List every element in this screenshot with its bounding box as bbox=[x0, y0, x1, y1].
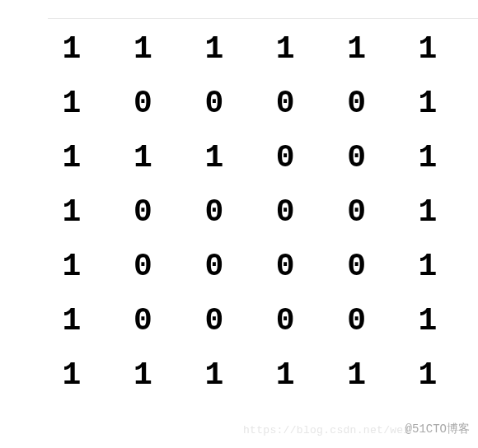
matrix-cell: 0 bbox=[194, 306, 235, 336]
matrix-cell: 1 bbox=[194, 143, 235, 173]
matrix-cell: 1 bbox=[407, 198, 448, 227]
matrix-cell: 1 bbox=[407, 252, 448, 282]
matrix-cell: 0 bbox=[122, 198, 163, 227]
matrix-cell: 0 bbox=[336, 198, 377, 227]
top-divider bbox=[48, 18, 478, 19]
matrix-row: 1 1 1 1 1 1 bbox=[51, 361, 448, 390]
matrix-cell: 1 bbox=[51, 35, 92, 64]
matrix-cell: 0 bbox=[194, 252, 235, 282]
matrix-cell: 0 bbox=[265, 306, 306, 336]
watermark-url: https://blog.csdn.net/wei bbox=[243, 424, 410, 436]
matrix-cell: 0 bbox=[336, 143, 377, 173]
matrix-cell: 1 bbox=[265, 35, 306, 64]
matrix-cell: 0 bbox=[122, 306, 163, 336]
matrix-cell: 1 bbox=[336, 361, 377, 390]
matrix-cell: 1 bbox=[407, 35, 448, 64]
matrix-cell: 0 bbox=[122, 252, 163, 282]
matrix-cell: 1 bbox=[407, 89, 448, 119]
matrix-cell: 1 bbox=[122, 361, 163, 390]
matrix-cell: 1 bbox=[194, 361, 235, 390]
matrix-cell: 0 bbox=[336, 252, 377, 282]
matrix-cell: 1 bbox=[265, 361, 306, 390]
matrix-cell: 0 bbox=[336, 306, 377, 336]
matrix-cell: 0 bbox=[336, 89, 377, 119]
matrix-cell: 0 bbox=[265, 89, 306, 119]
matrix-row: 1 0 0 0 0 1 bbox=[51, 252, 448, 282]
matrix-cell: 1 bbox=[407, 361, 448, 390]
matrix-cell: 1 bbox=[407, 306, 448, 336]
matrix-cell: 1 bbox=[122, 35, 163, 64]
binary-matrix: 1 1 1 1 1 1 1 0 0 0 0 1 1 1 1 0 0 1 1 0 … bbox=[51, 35, 448, 390]
matrix-row: 1 1 1 0 0 1 bbox=[51, 143, 448, 173]
matrix-cell: 1 bbox=[194, 35, 235, 64]
matrix-cell: 1 bbox=[51, 89, 92, 119]
matrix-row: 1 0 0 0 0 1 bbox=[51, 306, 448, 336]
matrix-cell: 0 bbox=[265, 198, 306, 227]
matrix-cell: 1 bbox=[407, 143, 448, 173]
matrix-cell: 1 bbox=[51, 198, 92, 227]
matrix-cell: 0 bbox=[265, 252, 306, 282]
matrix-cell: 0 bbox=[265, 143, 306, 173]
matrix-row: 1 1 1 1 1 1 bbox=[51, 35, 448, 64]
watermark-source: @51CTO博客 bbox=[405, 422, 470, 436]
matrix-cell: 1 bbox=[51, 143, 92, 173]
matrix-cell: 1 bbox=[51, 306, 92, 336]
matrix-cell: 0 bbox=[122, 89, 163, 119]
matrix-cell: 1 bbox=[51, 361, 92, 390]
matrix-row: 1 0 0 0 0 1 bbox=[51, 198, 448, 227]
matrix-cell: 0 bbox=[194, 89, 235, 119]
matrix-cell: 1 bbox=[122, 143, 163, 173]
matrix-cell: 0 bbox=[194, 198, 235, 227]
matrix-cell: 1 bbox=[51, 252, 92, 282]
matrix-cell: 1 bbox=[336, 35, 377, 64]
matrix-row: 1 0 0 0 0 1 bbox=[51, 89, 448, 119]
